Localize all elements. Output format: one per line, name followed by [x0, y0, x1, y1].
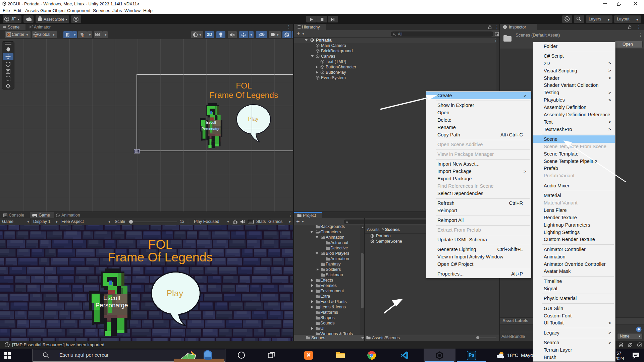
svg-text:Frame Of Legends: Frame Of Legends	[108, 250, 213, 264]
svg-text:Personatge: Personatge	[202, 127, 220, 131]
svg-text:FOL: FOL	[236, 81, 252, 90]
svg-text:Escull: Escull	[103, 294, 120, 301]
svg-text:Play: Play	[166, 288, 183, 298]
svg-text:Play: Play	[248, 116, 258, 122]
svg-text:Escull: Escull	[206, 120, 216, 124]
svg-text:Personatge: Personatge	[95, 302, 128, 309]
svg-text:Frame Of Legends: Frame Of Legends	[210, 90, 278, 100]
svg-text:FOL: FOL	[148, 237, 173, 251]
svg-text:Y: Y	[68, 35, 69, 37]
